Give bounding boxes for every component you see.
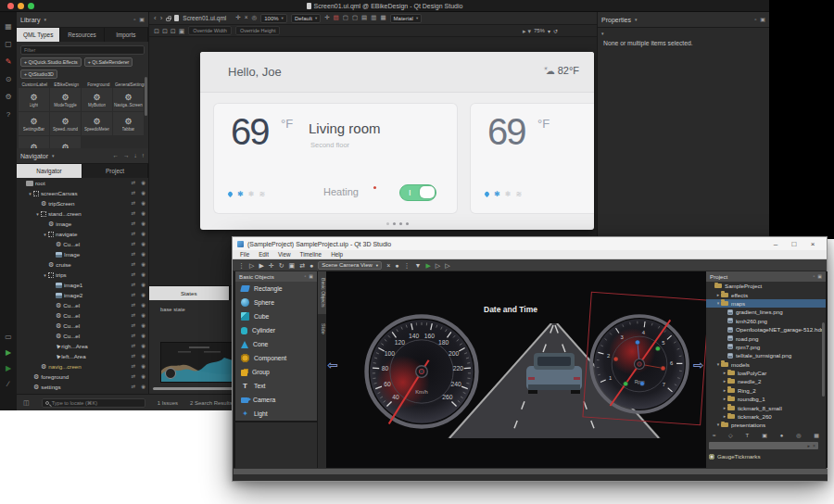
align-grid-icon[interactable]: ▦ [380,15,385,21]
override-height-field[interactable]: Override Height [235,26,281,35]
visibility-eye-icon[interactable]: ◉ [141,313,145,319]
palette-item-text[interactable]: TText [235,379,317,393]
play-icon[interactable]: ▶ [425,262,430,269]
autokey-icon[interactable]: ● [310,262,313,269]
reset-zoom-icon[interactable]: ↺ [553,28,558,34]
panel-float-icon[interactable]: ▣ [760,17,765,22]
visibility-eye-icon[interactable]: ◉ [141,374,145,380]
export-icon[interactable]: ⇄ [132,242,136,247]
visibility-eye-icon[interactable]: ◉ [141,191,145,196]
room-card-living-room[interactable]: 69 °F Living room Second floor ✱❄≋ Heati… [214,104,457,213]
navigator-item-cruise[interactable]: ⚙cruise⇄◉ [17,259,148,270]
page-dot[interactable] [386,222,389,225]
export-icon[interactable]: ⇄ [132,211,136,217]
navigator-item-righ-Area[interactable]: ▶righ...Area⇄◉ [17,341,148,351]
chevron-down-icon[interactable]: ▾ [44,17,46,22]
state-select[interactable]: Default▾ [291,14,321,23]
zoom-indicator-icon[interactable]: ◎ [252,15,258,21]
mac-minimize-button[interactable] [18,3,24,9]
library-component-Tabbar[interactable]: ⚙Tabbar [113,112,144,135]
navigator-item-trips[interactable]: ▾trips⇄◉ [17,270,148,280]
palette-item-sphere[interactable]: Sphere [235,296,317,309]
export-icon[interactable]: ⇄ [132,374,136,380]
panel-float-icon[interactable]: ▣ [139,17,145,22]
record-icon[interactable]: ● [395,262,398,269]
navigator-item-Cu-el[interactable]: ⚙Cu...el⇄◉ [17,331,148,341]
visibility-eye-icon[interactable]: ◉ [141,221,145,227]
navigator-tab-project[interactable]: Project [82,164,148,178]
export-icon[interactable]: ⇄ [132,303,136,309]
project-item-tickmark-260[interactable]: ▸tickmark_260 [706,412,826,421]
panel-float-icon[interactable]: ▣ [309,274,313,279]
export-icon[interactable]: ⇄ [132,354,136,359]
canvas-zoom-value[interactable]: 75% [534,28,545,33]
lock-icon[interactable] [166,18,171,21]
asset-presentation-icon[interactable]: ▦ [814,433,819,438]
camera-view-select[interactable]: Scene Camera View▾ [318,261,382,270]
project-scrollbar[interactable] [822,322,825,397]
import-module-button[interactable]: + Qt.SafeRenderer [84,57,133,67]
navigator-arrow-icon[interactable]: ↑ [142,153,145,159]
export-icon[interactable]: ⇄ [132,364,136,370]
palette-item-cube[interactable]: Cube [235,309,317,323]
tools-icon[interactable]: ⚙ [5,94,11,101]
room-card-second[interactable]: 69 °F ✱❄≋ [471,104,594,213]
filter-edit-icon[interactable]: ▸ [808,444,811,448]
twisty-icon[interactable]: ▾ [42,232,48,237]
project-item-Ring-2[interactable]: ▸Ring_2 [706,386,826,395]
cursor-tool-icon[interactable]: ▸ [523,28,526,34]
palette-item-camera[interactable]: Camera [235,393,317,407]
import-module-button[interactable]: + QtStudio3D [20,69,57,79]
chevron-down-icon[interactable]: ▾ [635,17,638,22]
asset-behavior-icon[interactable]: ≈ [713,433,715,438]
palette-item-component[interactable]: Component [235,351,317,365]
override-height-icon[interactable]: ⊡ [162,28,168,34]
step-forward-icon[interactable]: ▷ [436,262,440,269]
back-icon[interactable]: ‹ [154,14,157,22]
close-editor-icon[interactable]: × [245,15,248,21]
base-state-item[interactable]: base state [160,307,185,312]
go-end-icon[interactable]: ▷ [445,262,449,269]
zoom-level-select[interactable]: 100%▾ [260,14,287,23]
navigator-item-Cu-el[interactable]: ⚙Cu...el⇄◉ [17,300,148,310]
smart-home-design-canvas[interactable]: Hello, Joe ☀ ☁ 82°F 69 °F Living room Se… [200,52,594,230]
export-icon[interactable]: ⇄ [132,323,136,329]
project-item-needle-2[interactable]: ▸needle_2 [706,377,826,385]
panel-split-icon[interactable]: ▫ [304,274,306,279]
visibility-eye-icon[interactable]: ◉ [141,272,145,278]
scale-icon[interactable]: ▣ [289,262,296,269]
project-item-maps[interactable]: ▾maps [706,299,826,308]
close-button[interactable]: × [803,240,822,248]
visibility-eye-icon[interactable]: ◉ [141,283,145,288]
live-preview-icon[interactable]: ▭ [5,334,12,341]
navigator-item-Cu-el[interactable]: ⚙Cu...el⇄◉ [17,310,148,321]
navigator-arrow-icon[interactable]: ← [113,153,120,159]
navigator-item-foreground[interactable]: ⚙foreground⇄◉ [17,372,148,382]
rotate-icon[interactable]: ↻ [279,262,284,269]
navigator-item-Image[interactable]: Image⇄◉ [17,249,148,259]
align-rows-icon[interactable]: ▤ [361,15,367,21]
menu-file[interactable]: File [240,251,249,258]
override-preview-icon[interactable]: ▣ [179,28,185,34]
project-item-gradient-lines-png[interactable]: gradient_lines.png [706,308,826,316]
visibility-eye-icon[interactable]: ◉ [141,211,145,217]
open-file-name[interactable]: Screen01.ui.qml [183,15,226,21]
project-item-OpenfootageNET-garage-512-hdr[interactable]: OpenfootageNET_garage-512.hdr [706,325,826,334]
panel-split-icon[interactable]: ▫ [813,274,815,279]
nav-arrow-right-icon[interactable]: ⇨ [693,358,704,372]
side-tab-basic-objects[interactable]: Basic Objects [318,271,326,314]
maximize-button[interactable]: □ [785,240,803,248]
project-filter-bar[interactable]: ▸× [709,442,818,449]
horizontal-scrollbar[interactable] [153,387,238,390]
export-icon[interactable]: ⇄ [132,181,136,186]
twisty-icon[interactable]: ▾ [42,272,48,278]
visibility-eye-icon[interactable]: ◉ [141,293,145,298]
apps-grid-icon[interactable]: ▦ [5,23,12,31]
project-item-rpm7-png[interactable]: rpm7.png [706,343,826,351]
export-icon[interactable]: ⇄ [132,221,136,227]
navigator-item-image1[interactable]: image1⇄◉ [17,280,148,290]
zoom-caret-icon[interactable]: ▾ [527,28,531,34]
translate-icon[interactable]: ✛ [269,262,274,269]
export-icon[interactable]: ⇄ [132,293,136,298]
mac-fullscreen-button[interactable] [28,3,34,9]
